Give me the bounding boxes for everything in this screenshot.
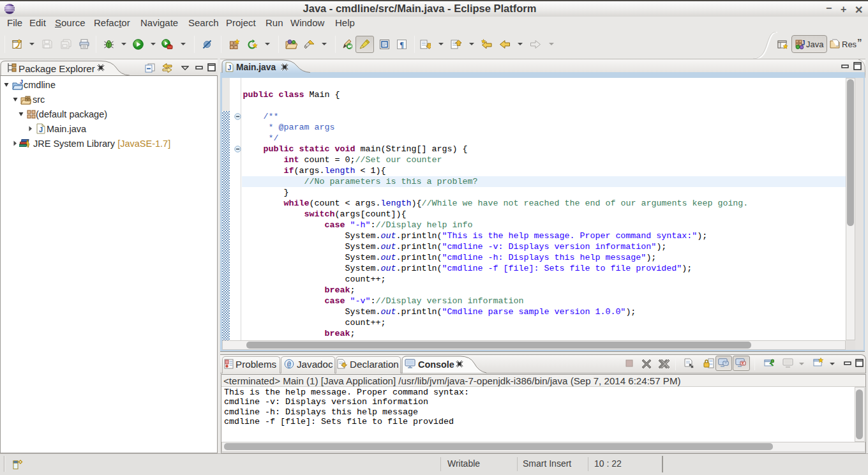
svg-text:¶: ¶ <box>400 40 403 49</box>
svg-text:@: @ <box>287 361 292 368</box>
svg-text:J: J <box>228 64 232 72</box>
svg-text:J: J <box>39 126 43 133</box>
svg-text:J: J <box>802 40 805 47</box>
svg-text:J: J <box>20 79 23 85</box>
